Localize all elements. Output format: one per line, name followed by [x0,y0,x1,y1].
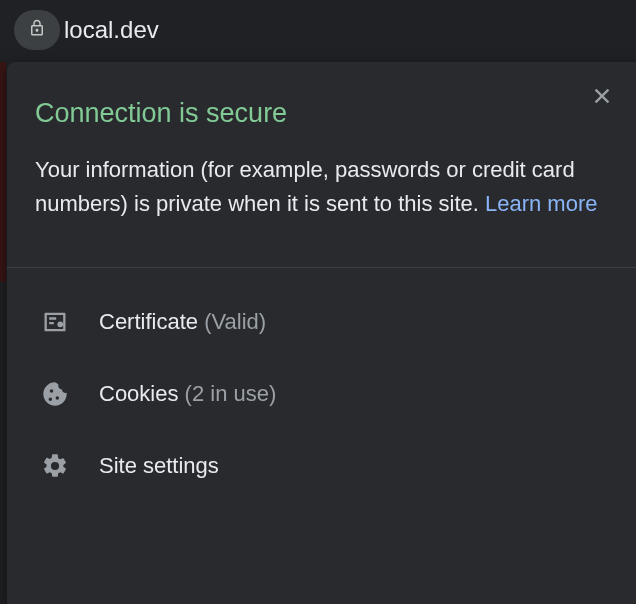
certificate-icon [41,308,69,336]
learn-more-link[interactable]: Learn more [485,191,598,216]
certificate-label: Certificate [99,309,204,334]
lock-icon [28,19,46,41]
url-text[interactable]: local.dev [64,16,159,44]
close-icon [591,85,613,111]
site-settings-label: Site settings [99,453,219,479]
cookies-text: Cookies (2 in use) [99,381,276,407]
site-settings-item[interactable]: Site settings [7,430,636,502]
certificate-item[interactable]: Certificate (Valid) [7,286,636,358]
cookies-label: Cookies [99,381,185,406]
left-edge-strip [0,62,6,282]
popup-menu: Certificate (Valid) Cookies (2 in use) S… [7,268,636,520]
cookies-item[interactable]: Cookies (2 in use) [7,358,636,430]
cookies-status: (2 in use) [185,381,277,406]
popup-title: Connection is secure [35,98,608,129]
popup-header: Connection is secure Your information (f… [7,62,636,268]
popup-description: Your information (for example, passwords… [35,153,608,221]
close-button[interactable] [588,84,616,112]
address-bar: local.dev [0,0,636,60]
certificate-text: Certificate (Valid) [99,309,266,335]
lock-icon-pill[interactable] [14,10,60,50]
certificate-status: (Valid) [204,309,266,334]
gear-icon [41,452,69,480]
site-info-popup: Connection is secure Your information (f… [7,62,636,604]
cookie-icon [41,380,69,408]
